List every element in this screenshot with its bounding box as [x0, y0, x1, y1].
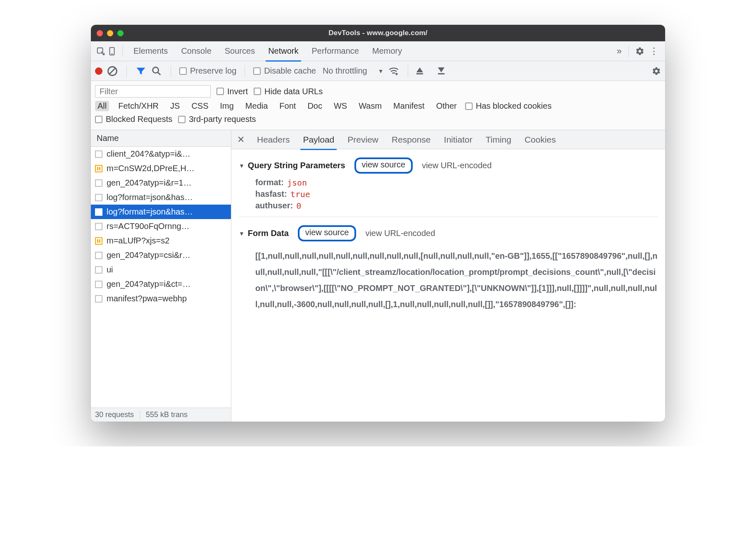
checkbox-icon	[254, 88, 261, 95]
invert-toggle[interactable]: Invert	[216, 87, 248, 96]
checkbox-icon	[179, 67, 187, 75]
request-row[interactable]: gen_204?atyp=csi&r…	[91, 248, 231, 262]
has-blocked-cookies-toggle[interactable]: Has blocked cookies	[465, 101, 552, 111]
request-name: m=CnSW2d,DPreE,H…	[107, 164, 195, 173]
tab-console[interactable]: Console	[180, 42, 212, 60]
window-title: DevTools - www.google.com/	[91, 29, 665, 37]
disable-cache-toggle[interactable]: Disable cache	[253, 66, 316, 76]
request-row[interactable]: log?format=json&has…	[91, 205, 231, 219]
minimize-window-button[interactable]	[107, 30, 113, 36]
document-icon	[95, 179, 102, 187]
document-icon	[95, 295, 102, 303]
divider	[245, 65, 245, 77]
param-value: json	[287, 178, 307, 188]
detail-tab-timing[interactable]: Timing	[485, 131, 511, 148]
request-row[interactable]: gen_204?atyp=i&ct=…	[91, 277, 231, 291]
formdata-view-encoded-link[interactable]: view URL-encoded	[365, 229, 435, 238]
filter-type-wasm[interactable]: Wasm	[356, 101, 384, 111]
detail-tabs: ✕ HeadersPayloadPreviewResponseInitiator…	[231, 130, 665, 149]
invert-label: Invert	[227, 87, 248, 96]
request-row[interactable]: m=CnSW2d,DPreE,H…	[91, 161, 231, 176]
qsp-section-header[interactable]: ▼ Query String Parameters view source vi…	[239, 154, 658, 178]
request-row[interactable]: log?format=json&has…	[91, 190, 231, 205]
more-tabs-icon[interactable]: »	[617, 46, 622, 57]
request-name: gen_204?atyp=i&r=1…	[107, 178, 192, 188]
detail-tab-initiator[interactable]: Initiator	[444, 131, 473, 148]
document-icon	[95, 223, 102, 230]
close-detail-icon[interactable]: ✕	[237, 134, 245, 145]
network-settings-icon[interactable]	[652, 67, 661, 76]
detail-tab-response[interactable]: Response	[392, 131, 431, 148]
svg-line-4	[109, 68, 115, 74]
hide-data-urls-label: Hide data URLs	[264, 87, 323, 96]
filter-type-fetch-xhr[interactable]: Fetch/XHR	[116, 101, 161, 111]
qsp-view-encoded-link[interactable]: view URL-encoded	[422, 161, 492, 170]
qsp-param: authuser:0	[239, 201, 658, 212]
document-icon	[95, 266, 102, 274]
close-window-button[interactable]	[97, 30, 103, 36]
request-row[interactable]: ui	[91, 262, 231, 277]
tab-elements[interactable]: Elements	[133, 42, 169, 60]
document-icon	[95, 208, 102, 216]
blocked-requests-toggle[interactable]: Blocked Requests	[95, 114, 172, 124]
script-icon	[95, 165, 102, 172]
preserve-log-toggle[interactable]: Preserve log	[179, 66, 236, 76]
record-button[interactable]	[95, 67, 102, 75]
filter-type-media[interactable]: Media	[243, 101, 270, 111]
network-conditions-icon[interactable]	[388, 65, 399, 77]
hide-data-urls-toggle[interactable]: Hide data URLs	[254, 87, 323, 96]
throttling-select[interactable]: No throttling ▼	[323, 66, 384, 76]
formdata-view-source-link[interactable]: view source	[298, 225, 357, 241]
detail-tab-payload[interactable]: Payload	[303, 131, 334, 148]
param-key: authuser:	[255, 201, 293, 211]
third-party-toggle[interactable]: 3rd-party requests	[178, 114, 256, 124]
request-name: gen_204?atyp=i&ct=…	[107, 279, 191, 289]
svg-line-6	[158, 72, 160, 74]
filter-type-other[interactable]: Other	[434, 101, 459, 111]
request-list: client_204?&atyp=i&…m=CnSW2d,DPreE,H…gen…	[91, 147, 231, 408]
zoom-window-button[interactable]	[117, 30, 124, 36]
device-toolbar-icon[interactable]	[107, 45, 118, 57]
detail-tab-preview[interactable]: Preview	[347, 131, 378, 148]
filter-type-all[interactable]: All	[95, 101, 109, 111]
inspect-element-icon[interactable]	[95, 45, 107, 57]
request-row[interactable]: manifest?pwa=webhp	[91, 291, 231, 306]
disable-cache-label: Disable cache	[264, 66, 316, 76]
formdata-section-header[interactable]: ▼ Form Data view source view URL-encoded	[239, 222, 658, 246]
search-icon[interactable]	[151, 65, 162, 77]
filter-type-img[interactable]: Img	[218, 101, 236, 111]
filter-type-manifest[interactable]: Manifest	[391, 101, 427, 111]
request-name: manifest?pwa=webhp	[107, 294, 187, 303]
filter-icon[interactable]	[135, 65, 147, 77]
clear-icon[interactable]	[107, 65, 118, 77]
request-row[interactable]: m=aLUfP?xjs=s2	[91, 234, 231, 248]
kebab-menu-icon[interactable]: ⋮	[647, 46, 661, 57]
payload-body: ▼ Query String Parameters view source vi…	[231, 149, 665, 422]
disclosure-triangle-icon: ▼	[239, 230, 245, 237]
filter-type-css[interactable]: CSS	[189, 101, 211, 111]
request-row[interactable]: client_204?&atyp=i&…	[91, 147, 231, 161]
settings-icon[interactable]	[635, 47, 644, 56]
request-row[interactable]: gen_204?atyp=i&r=1…	[91, 176, 231, 190]
detail-tab-headers[interactable]: Headers	[257, 131, 290, 148]
import-har-icon[interactable]	[416, 67, 423, 74]
filter-input[interactable]	[95, 85, 211, 98]
third-party-label: 3rd-party requests	[189, 114, 256, 124]
filter-type-list: AllFetch/XHRJSCSSImgMediaFontDocWSWasmMa…	[95, 101, 459, 111]
tab-network[interactable]: Network	[267, 42, 299, 60]
filter-type-js[interactable]: JS	[168, 101, 182, 111]
tab-memory[interactable]: Memory	[371, 42, 403, 60]
filter-type-font[interactable]: Font	[277, 101, 298, 111]
filter-type-doc[interactable]: Doc	[305, 101, 325, 111]
export-har-icon[interactable]	[438, 67, 445, 74]
filter-type-ws[interactable]: WS	[331, 101, 349, 111]
script-icon	[95, 237, 102, 245]
tab-sources[interactable]: Sources	[224, 42, 256, 60]
qsp-view-source-link[interactable]: view source	[354, 157, 413, 174]
svg-point-5	[153, 67, 159, 73]
request-row[interactable]: rs=ACT90oFqOrnng…	[91, 219, 231, 234]
request-list-header[interactable]: Name	[91, 130, 231, 147]
status-bar: 30 requests 555 kB trans	[91, 408, 231, 422]
tab-performance[interactable]: Performance	[311, 42, 360, 60]
detail-tab-cookies[interactable]: Cookies	[525, 131, 556, 148]
